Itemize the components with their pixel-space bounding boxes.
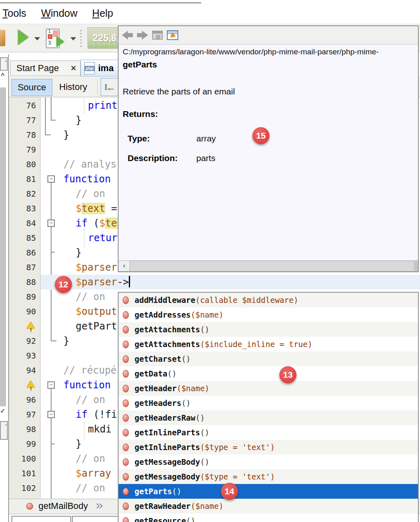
editor-gutter[interactable]: 7677787980818283848586878889909293949697… [9, 97, 40, 499]
left-panel-scrollbar[interactable] [0, 87, 6, 406]
show-documentation-icon[interactable] [152, 31, 163, 40]
toolbar-separator [80, 30, 82, 47]
method-params: () [172, 487, 182, 496]
line-number[interactable]: 98 [9, 422, 40, 437]
doc-type-value: array [196, 134, 216, 143]
doc-back-icon[interactable] [122, 31, 133, 40]
method-params: ($include_inline = true) [200, 340, 312, 349]
completion-item[interactable]: getAddresses($name) [119, 307, 418, 322]
method-name: getParts [135, 487, 172, 496]
doc-horizontal-scrollbar[interactable]: ‹ [119, 260, 418, 271]
completion-item[interactable]: getInlineParts($type = 'text') [119, 440, 418, 455]
completion-item[interactable]: addMiddleware(callable $middleware) [119, 293, 418, 307]
left-panel-minimize-button[interactable]: - [0, 57, 8, 71]
completion-item[interactable]: getMessageBody() [119, 455, 418, 469]
code-token: output [81, 306, 117, 317]
left-panel-splitter-button[interactable]: - [0, 421, 8, 440]
annotation-badge-14: 14 [221, 483, 238, 500]
line-number[interactable]: 90 [9, 304, 40, 319]
clean-build-icon[interactable] [0, 30, 5, 46]
debug-dropdown-icon[interactable] [70, 37, 76, 40]
annotation-badge-15: 15 [252, 127, 270, 144]
menu-item-window[interactable]: Window [41, 7, 77, 19]
scrollbar-thumb[interactable] [130, 261, 414, 271]
menu-item-help[interactable]: Help [92, 7, 113, 19]
line-number[interactable]: 102 [9, 481, 40, 495]
last-edit-button[interactable]: I ← [101, 78, 119, 96]
doc-returns-label: Returns: [123, 109, 158, 119]
annotation-badge-12: 12 [55, 276, 72, 293]
method-icon [123, 385, 129, 392]
line-number[interactable]: 76 [9, 98, 40, 113]
completion-item[interactable]: getAttachments() [119, 322, 418, 337]
code-token: function [63, 173, 111, 185]
scroll-left-icon[interactable]: ‹ [119, 261, 130, 271]
code-token: // on [76, 453, 111, 464]
warning-icon[interactable] [9, 378, 40, 392]
line-number[interactable]: 86 [9, 245, 40, 260]
line-number[interactable]: 94 [9, 363, 40, 378]
completion-item[interactable]: getHeaders() [119, 396, 418, 410]
code-token: // on [76, 394, 111, 406]
line-number[interactable]: 78 [9, 128, 40, 142]
code-token: // on [76, 188, 111, 199]
close-icon[interactable]: × [71, 63, 76, 74]
line-number[interactable]: 99 [9, 437, 40, 451]
code-token: // récupé [63, 365, 117, 376]
completion-item[interactable]: getResource() [119, 513, 418, 522]
line-number[interactable]: 93 [9, 348, 40, 363]
fold-toggle-icon[interactable]: − [47, 411, 55, 418]
line-number[interactable]: 81 [9, 172, 40, 186]
completion-item[interactable]: getData() [119, 366, 418, 381]
completion-item[interactable]: getHeader($name) [119, 381, 418, 396]
left-panel-collapse-icon[interactable]: ^ [1, 72, 4, 79]
source-view-button[interactable]: Source [11, 79, 52, 96]
fold-toggle-icon[interactable]: − [47, 220, 55, 227]
line-number[interactable]: 85 [9, 231, 40, 245]
doc-type-label: Type: [128, 134, 150, 143]
completion-item[interactable]: getHeadersRaw() [119, 410, 418, 425]
completion-item[interactable]: getMessageBody($type = 'text') [119, 469, 418, 484]
method-icon [123, 399, 129, 407]
line-number[interactable]: 89 [9, 289, 40, 304]
line-number[interactable]: 88 [9, 275, 40, 289]
run-project-icon[interactable] [18, 29, 29, 45]
code-token: $ [76, 468, 81, 479]
completion-item[interactable]: getCharset() [119, 352, 418, 366]
warning-icon[interactable] [9, 319, 40, 334]
bottom-panel-edge [72, 516, 119, 522]
tab-start-page[interactable]: Start Page × [10, 60, 81, 76]
current-code-line[interactable]: $parser-> [40, 275, 420, 289]
completion-item-selected[interactable]: getParts() [119, 484, 418, 499]
line-number[interactable]: 84 [9, 216, 40, 231]
line-number[interactable]: 79 [9, 142, 40, 157]
history-view-button[interactable]: History [53, 79, 93, 95]
run-dropdown-icon[interactable] [34, 37, 40, 40]
breadcrumb-label[interactable]: getMailBody [38, 501, 88, 511]
completion-item[interactable]: getRawHeader($name) [119, 499, 418, 513]
line-number[interactable]: 96 [9, 392, 40, 407]
line-number[interactable]: 101 [9, 466, 40, 481]
code-token: text [81, 203, 105, 214]
line-number[interactable]: 80 [9, 157, 40, 172]
completion-item[interactable]: getAttachments($include_inline = true) [119, 337, 418, 352]
code-token: if [76, 409, 88, 420]
fold-toggle-icon[interactable]: − [47, 175, 55, 183]
line-number[interactable]: 82 [9, 186, 40, 201]
memory-monitor[interactable]: 225,8, [88, 27, 120, 49]
menu-item-tools[interactable]: Tools [2, 7, 26, 19]
line-number[interactable]: 83 [9, 201, 40, 216]
line-number[interactable]: 100 [9, 451, 40, 466]
open-in-browser-icon[interactable] [167, 30, 178, 40]
code-token: $ [99, 217, 105, 229]
line-number[interactable]: 92 [9, 334, 40, 348]
line-number[interactable]: 87 [9, 260, 40, 275]
text-cursor [129, 276, 130, 287]
doc-description-label: Description: [128, 153, 178, 163]
completion-item[interactable]: getInlineParts() [119, 425, 418, 440]
line-number[interactable]: 97 [9, 407, 40, 422]
fold-toggle-icon[interactable]: − [47, 381, 55, 389]
doc-forward-icon[interactable] [137, 31, 148, 40]
code-token: array [81, 468, 111, 479]
line-number[interactable]: 77 [9, 113, 40, 128]
